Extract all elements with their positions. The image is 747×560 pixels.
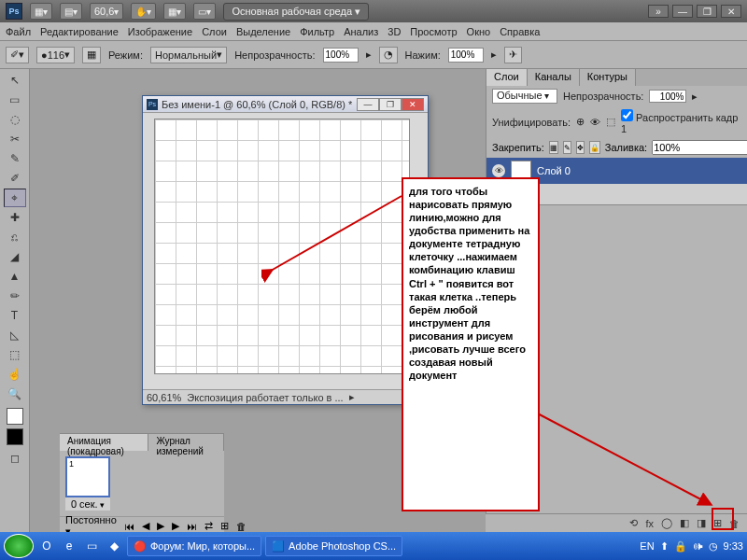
ql-ie-icon[interactable]: e <box>60 537 78 555</box>
opacity-input[interactable] <box>323 48 359 63</box>
taskbar-forum-button[interactable]: 🔴 Форум: Мир, которы... <box>127 536 261 556</box>
menu-select[interactable]: Выделение <box>236 26 290 37</box>
tray-icon-2[interactable]: 🔒 <box>674 540 687 553</box>
tray-clock[interactable]: 9:33 <box>724 540 743 552</box>
pen-tool[interactable]: ✏ <box>4 287 26 305</box>
path-select-tool[interactable]: ◺ <box>4 326 26 344</box>
anim-first-icon[interactable]: ⏮ <box>124 521 134 532</box>
taskbar-photoshop-button[interactable]: 🟦 Adobe Photoshop CS... <box>265 536 402 556</box>
blend-mode-select[interactable]: Нормальный ▾ <box>150 47 227 63</box>
lock-paint-icon[interactable]: ✎ <box>563 141 571 154</box>
brush-picker[interactable]: ● 116 ▾ <box>36 47 75 63</box>
anim-delete-icon[interactable]: 🗑 <box>236 521 247 532</box>
lock-all-icon[interactable]: 🔒 <box>589 141 600 154</box>
doc-close-icon[interactable]: ✕ <box>402 98 424 111</box>
menu-file[interactable]: Файл <box>6 26 31 37</box>
bridge-button[interactable]: ▦▾ <box>30 3 52 20</box>
doc-minimize-icon[interactable]: — <box>357 98 379 111</box>
ql-opera-icon[interactable]: O <box>37 537 56 555</box>
eyedropper-tool[interactable]: ✎ <box>4 149 26 168</box>
menu-edit[interactable]: Редактирование <box>40 26 119 37</box>
menu-view[interactable]: Просмотр <box>410 26 457 37</box>
hand-tool-button[interactable]: ✋▾ <box>131 3 156 20</box>
window-minimize-icon[interactable]: — <box>672 5 693 18</box>
menu-analysis[interactable]: Анализ <box>344 26 378 37</box>
unify-style-icon[interactable]: ⬚ <box>606 116 615 128</box>
adjustment-layer-icon[interactable]: ◧ <box>680 517 689 529</box>
status-zoom[interactable]: 60,61% <box>147 392 181 403</box>
flow-dropdown-icon[interactable]: ▸ <box>491 49 497 61</box>
workspace-switcher[interactable]: Основная рабочая среда ▾ <box>223 3 369 21</box>
menu-window[interactable]: Окно <box>467 26 491 37</box>
zoom-level-field[interactable]: 60,6 ▾ <box>90 3 123 20</box>
brush-panel-toggle[interactable]: ▦ <box>82 47 101 63</box>
tab-channels[interactable]: Каналы <box>528 69 580 86</box>
tray-icon-1[interactable]: ⬆ <box>660 540 669 553</box>
crop-tool[interactable]: ✂ <box>4 130 26 148</box>
type-tool[interactable]: T <box>4 306 26 325</box>
lock-trans-icon[interactable]: ▦ <box>549 141 558 154</box>
stamp-tool[interactable]: ✚ <box>4 208 26 227</box>
tool-preset-picker[interactable]: ✐▾ <box>6 47 29 63</box>
menu-help[interactable]: Справка <box>500 26 540 37</box>
layer-mask-icon[interactable]: ◯ <box>661 517 672 529</box>
menu-filter[interactable]: Фильтр <box>300 26 334 37</box>
anim-new-frame-icon[interactable]: ⊞ <box>220 520 229 532</box>
airbrush-icon[interactable]: ✈ <box>504 47 522 63</box>
arrange-docs-button[interactable]: ▦▾ <box>163 3 186 20</box>
layer-opacity-input[interactable] <box>649 90 686 103</box>
animation-frame-1[interactable]: 1 0 сек. ▾ <box>65 456 110 511</box>
flow-input[interactable] <box>448 48 484 63</box>
window-close-icon[interactable]: ✕ <box>721 5 741 18</box>
foreground-color-swatch[interactable] <box>7 408 23 425</box>
layer-visibility-icon[interactable]: 👁 <box>492 164 505 177</box>
ql-desktop-icon[interactable]: ▭ <box>82 537 101 555</box>
lock-pos-icon[interactable]: ✥ <box>576 141 585 154</box>
panels-collapse-icon[interactable]: » <box>648 5 669 18</box>
layer-fx-icon[interactable]: fx <box>645 518 654 529</box>
view-extras-button[interactable]: ▤▾ <box>60 3 82 20</box>
link-layers-icon[interactable]: ⟲ <box>629 517 638 529</box>
anim-prev-icon[interactable]: ◀ <box>142 520 149 532</box>
quick-mask-icon[interactable]: ◻ <box>4 449 26 468</box>
hand-tool[interactable]: ☝ <box>4 365 26 384</box>
opacity-caret-icon[interactable]: ▸ <box>692 91 698 103</box>
zoom-tool[interactable]: 🔍 <box>4 385 26 403</box>
anim-play-icon[interactable]: ▶ <box>157 520 164 532</box>
window-maximize-icon[interactable]: ❐ <box>697 5 717 18</box>
move-tool[interactable]: ↖ <box>4 71 26 90</box>
anim-last-icon[interactable]: ⏭ <box>187 521 197 532</box>
menu-3d[interactable]: 3D <box>388 26 401 37</box>
history-brush-tool[interactable]: ⎌ <box>4 228 26 246</box>
marquee-tool[interactable]: ▭ <box>4 91 26 109</box>
tab-animation[interactable]: Анимация (покадровая) <box>60 434 148 451</box>
tray-icon-4[interactable]: ◷ <box>709 540 718 553</box>
start-button[interactable] <box>4 534 34 558</box>
screen-mode-button[interactable]: ▭▾ <box>193 3 216 20</box>
menu-layers[interactable]: Слои <box>202 26 227 37</box>
brush-tool[interactable]: ⌖ <box>4 189 26 207</box>
ql-app-icon[interactable]: ◆ <box>105 537 123 555</box>
unify-vis-icon[interactable]: 👁 <box>590 117 600 128</box>
lasso-tool[interactable]: ◌ <box>4 110 26 129</box>
opacity-dropdown-icon[interactable]: ▸ <box>366 49 372 61</box>
tablet-opacity-icon[interactable]: ◔ <box>379 47 398 63</box>
anim-next-icon[interactable]: ▶ <box>172 520 179 532</box>
anim-tween-icon[interactable]: ⇄ <box>204 520 213 532</box>
menu-image[interactable]: Изображение <box>128 26 192 37</box>
propagate-frame-checkbox[interactable] <box>621 109 633 121</box>
layer-name[interactable]: Слой 0 <box>537 165 571 176</box>
layer-blend-select[interactable]: Обычные ▾ <box>492 89 557 104</box>
healing-tool[interactable]: ✐ <box>4 169 26 188</box>
tab-paths[interactable]: Контуры <box>580 69 636 86</box>
document-titlebar[interactable]: Ps Без имени-1 @ 60,6% (Слой 0, RGB/8) *… <box>143 96 428 113</box>
tab-measure-log[interactable]: Журнал измерений <box>148 434 224 451</box>
status-arrow-icon[interactable]: ▸ <box>349 391 355 403</box>
tray-lang[interactable]: EN <box>640 540 654 552</box>
tab-layers[interactable]: Слои <box>486 69 528 86</box>
layer-fill-input[interactable] <box>652 140 747 155</box>
doc-maximize-icon[interactable]: ❐ <box>379 98 402 111</box>
tray-icon-3[interactable]: 🕪 <box>693 540 703 552</box>
layer-group-icon[interactable]: ◨ <box>697 517 706 529</box>
unify-pos-icon[interactable]: ⊕ <box>576 116 585 128</box>
